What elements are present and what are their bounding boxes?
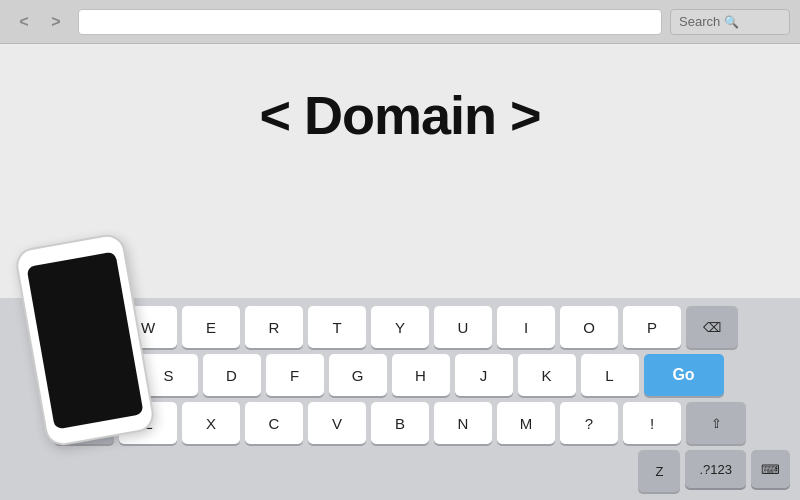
- keyboard-icon-key[interactable]: ⌨: [751, 450, 790, 488]
- key-i[interactable]: I: [497, 306, 555, 348]
- key-exclaim[interactable]: !: [623, 402, 681, 444]
- key-m[interactable]: M: [497, 402, 555, 444]
- browser-bar: < > Search 🔍: [0, 0, 800, 44]
- page-title: < Domain >: [259, 84, 540, 146]
- key-z-bottom[interactable]: Z: [638, 450, 680, 492]
- address-bar[interactable]: [78, 9, 662, 35]
- forward-button[interactable]: >: [42, 8, 70, 36]
- shift-key-right[interactable]: ⇧: [686, 402, 746, 444]
- key-y[interactable]: Y: [371, 306, 429, 348]
- key-r[interactable]: R: [245, 306, 303, 348]
- phone-screen: [26, 251, 143, 429]
- nav-buttons: < >: [10, 8, 70, 36]
- search-box[interactable]: Search 🔍: [670, 9, 790, 35]
- go-key[interactable]: Go: [644, 354, 724, 396]
- key-p[interactable]: P: [623, 306, 681, 348]
- backspace-key[interactable]: ⌫: [686, 306, 738, 348]
- key-e[interactable]: E: [182, 306, 240, 348]
- key-n[interactable]: N: [434, 402, 492, 444]
- main-content: < Domain > Q W E R T Y U I O P ⌫ A: [0, 44, 800, 500]
- keyboard-row-bottom: Z .?123 ⌨: [4, 450, 796, 496]
- key-h[interactable]: H: [392, 354, 450, 396]
- key-question[interactable]: ?: [560, 402, 618, 444]
- key-k[interactable]: K: [518, 354, 576, 396]
- key-l[interactable]: L: [581, 354, 639, 396]
- key-v[interactable]: V: [308, 402, 366, 444]
- key-d[interactable]: D: [203, 354, 261, 396]
- key-c[interactable]: C: [245, 402, 303, 444]
- key-u[interactable]: U: [434, 306, 492, 348]
- key-g[interactable]: G: [329, 354, 387, 396]
- key-f[interactable]: F: [266, 354, 324, 396]
- search-icon: 🔍: [724, 15, 739, 29]
- key-x[interactable]: X: [182, 402, 240, 444]
- key-o[interactable]: O: [560, 306, 618, 348]
- key-j[interactable]: J: [455, 354, 513, 396]
- numbers-key[interactable]: .?123: [685, 450, 746, 488]
- back-button[interactable]: <: [10, 8, 38, 36]
- key-t[interactable]: T: [308, 306, 366, 348]
- search-label: Search: [679, 14, 720, 29]
- key-b[interactable]: B: [371, 402, 429, 444]
